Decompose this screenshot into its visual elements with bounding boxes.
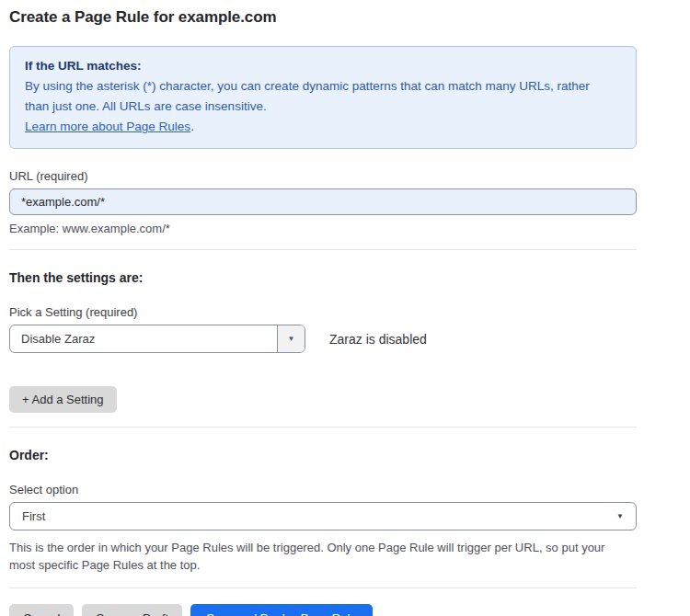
url-match-info-box: If the URL matches: By using the asteris… [9, 46, 637, 149]
divider [9, 249, 637, 250]
info-box-link-line: Learn more about Page Rules. [25, 117, 621, 137]
order-helper-text: This is the order in which your Page Rul… [9, 539, 633, 574]
learn-more-link[interactable]: Learn more about Page Rules [25, 120, 190, 133]
select-option-label: Select option [9, 483, 637, 496]
save-and-deploy-button[interactable]: Save and Deploy Page Rule [190, 604, 372, 616]
chevron-down-icon[interactable]: ▼ [277, 325, 305, 352]
info-box-heading: If the URL matches: [25, 56, 621, 76]
url-field-label: URL (required) [9, 169, 637, 183]
setting-row: Disable Zaraz ▼ Zaraz is disabled [9, 325, 637, 353]
settings-section-heading: Then the settings are: [9, 270, 637, 285]
order-dropdown[interactable]: First ▼ [9, 502, 637, 530]
order-dropdown-value: First [22, 509, 45, 523]
form-actions: Cancel Save as Draft Save and Deploy Pag… [9, 604, 637, 616]
chevron-down-icon: ▼ [616, 512, 624, 520]
divider [9, 587, 637, 588]
page-rule-form: Create a Page Rule for example.com If th… [0, 0, 637, 616]
link-suffix: . [190, 120, 194, 133]
setting-dropdown[interactable]: Disable Zaraz ▼ [9, 325, 305, 353]
cancel-button[interactable]: Cancel [9, 604, 74, 616]
divider [9, 427, 637, 428]
info-box-body: By using the asterisk (*) character, you… [25, 76, 604, 117]
add-setting-button[interactable]: + Add a Setting [9, 386, 117, 413]
url-input[interactable] [9, 188, 637, 215]
pick-setting-label: Pick a Setting (required) [9, 305, 637, 319]
save-as-draft-button[interactable]: Save as Draft [82, 604, 182, 616]
url-example-helper: Example: www.example.com/* [9, 222, 637, 235]
page-title: Create a Page Rule for example.com [9, 8, 637, 27]
setting-dropdown-value: Disable Zaraz [10, 332, 95, 346]
order-section-heading: Order: [9, 448, 637, 462]
setting-status-text: Zaraz is disabled [329, 332, 427, 347]
